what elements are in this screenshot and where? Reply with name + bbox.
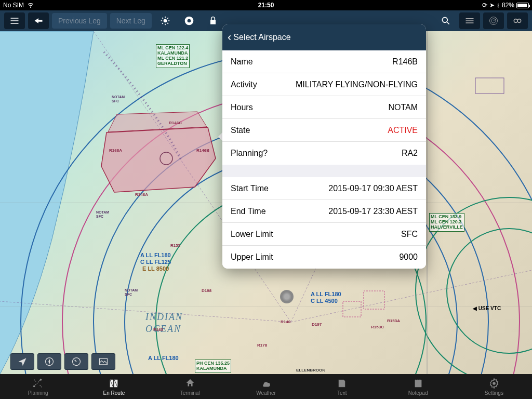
row-hours: Hours NOTAM bbox=[222, 96, 426, 119]
r146a-label: R146A bbox=[135, 192, 148, 197]
r153a-label: R153A bbox=[387, 318, 400, 323]
svg-point-2 bbox=[187, 19, 191, 23]
radar-button[interactable] bbox=[483, 12, 504, 29]
ownship-marker bbox=[280, 290, 294, 303]
directto-button[interactable] bbox=[28, 12, 49, 29]
orientation-lock-icon: ⟳ bbox=[482, 2, 487, 9]
tab-notepad[interactable]: Notepad bbox=[380, 374, 456, 399]
center-button[interactable] bbox=[10, 353, 34, 370]
popover-header[interactable]: ‹ Select Airspace bbox=[222, 24, 426, 50]
svg-rect-23 bbox=[475, 78, 504, 94]
r140-label: R140 bbox=[281, 320, 290, 324]
r153c-label: R153C bbox=[371, 325, 384, 329]
notam-label-2: NOTAM SFC bbox=[96, 210, 109, 218]
map-action-buttons bbox=[10, 353, 115, 370]
tab-weather[interactable]: Weather bbox=[228, 374, 304, 399]
row-name-label: Name bbox=[231, 57, 253, 66]
notam-label-1: NOTAM SFC bbox=[112, 95, 125, 103]
next-leg-button[interactable]: Next Leg bbox=[110, 13, 152, 29]
compass-button[interactable] bbox=[37, 353, 61, 370]
alt-label-e: E LL 8500 bbox=[142, 265, 169, 272]
planning-icon bbox=[31, 378, 45, 389]
freq-box-1: ML CEN 122.4 KALAMUNDA ML CEN 121.2 GERA… bbox=[156, 44, 190, 68]
alt-label-a2: A LL FL180 bbox=[311, 291, 341, 297]
alt-label-c2: C LL 4500 bbox=[311, 298, 338, 304]
list-button[interactable] bbox=[4, 12, 25, 29]
r146c-label: R146C bbox=[169, 121, 182, 125]
alt-label-a3: A LL FL180 bbox=[148, 355, 179, 361]
ocean-label-indian: INDIAN bbox=[145, 312, 183, 323]
d197-label: D197 bbox=[312, 322, 322, 327]
svg-point-30 bbox=[493, 382, 496, 385]
row-activity-label: Activity bbox=[231, 80, 257, 89]
svg-point-27 bbox=[33, 385, 35, 387]
row-lower-value: SFC bbox=[401, 230, 418, 239]
ellenbrook-label: ELLENBROOK bbox=[296, 368, 325, 373]
row-start: Start Time 2015-09-17 09:30 AEST bbox=[222, 177, 426, 200]
row-upper-value: 9000 bbox=[399, 252, 418, 262]
tab-terminal[interactable]: Terminal bbox=[152, 374, 228, 399]
tab-notepad-label: Notepad bbox=[408, 390, 428, 396]
svg-point-7 bbox=[517, 19, 521, 23]
weather-icon bbox=[259, 378, 273, 389]
tab-planning-label: Planning bbox=[28, 390, 48, 396]
row-activity: Activity MILITARY FLYING/NON-FLYING bbox=[222, 73, 426, 96]
r146b-label: R146B bbox=[196, 148, 209, 153]
image-button[interactable] bbox=[91, 353, 115, 370]
previous-leg-button[interactable]: Previous Leg bbox=[52, 13, 107, 29]
lock-button[interactable] bbox=[203, 12, 223, 29]
tab-planning[interactable]: Planning bbox=[0, 374, 76, 399]
alt-label-c: C LL FL125 bbox=[140, 259, 171, 265]
ocean-label-ocean: OCEAN bbox=[145, 324, 181, 335]
row-planning-label: Planning? bbox=[231, 149, 268, 158]
row-state-label: State bbox=[231, 126, 250, 135]
row-hours-label: Hours bbox=[231, 103, 253, 112]
wifi-icon bbox=[27, 1, 34, 10]
tab-enroute[interactable]: En Route bbox=[76, 374, 152, 399]
row-start-label: Start Time bbox=[231, 184, 269, 193]
row-start-value: 2015-09-17 09:30 AEST bbox=[328, 184, 418, 193]
text-icon bbox=[335, 378, 349, 389]
popover-title: Select Airspace bbox=[233, 33, 290, 42]
tab-text[interactable]: Text bbox=[304, 374, 380, 399]
svg-point-0 bbox=[163, 19, 167, 23]
tab-enroute-label: En Route bbox=[103, 390, 125, 396]
row-state-value: ACTIVE bbox=[388, 126, 418, 135]
search-button[interactable] bbox=[435, 12, 456, 29]
row-end-label: End Time bbox=[231, 207, 266, 216]
svg-rect-29 bbox=[415, 379, 421, 387]
enroute-icon bbox=[107, 378, 121, 389]
clock: 21:50 bbox=[178, 2, 353, 9]
tab-settings-label: Settings bbox=[485, 390, 503, 396]
row-hours-value: NOTAM bbox=[388, 103, 418, 112]
use-vtc-label: ◀ USE VTC bbox=[473, 305, 501, 311]
row-planning-value: RA2 bbox=[402, 149, 418, 158]
terminal-icon bbox=[183, 378, 197, 389]
r178-label: R178 bbox=[257, 343, 267, 348]
location-icon: ➤ bbox=[489, 2, 495, 9]
back-chevron-icon[interactable]: ‹ bbox=[228, 31, 231, 44]
help-button[interactable] bbox=[179, 12, 200, 29]
brightness-button[interactable] bbox=[155, 12, 176, 29]
row-planning: Planning? RA2 bbox=[222, 142, 426, 165]
settings-icon bbox=[487, 378, 501, 389]
alt-label-a: A LL FL180 bbox=[140, 252, 171, 258]
svg-point-28 bbox=[40, 378, 42, 380]
settings-gear-button[interactable] bbox=[507, 12, 528, 29]
freq-box-3: ML CEN 133.9 ML CEN 120.3 HALVERVILLE bbox=[429, 213, 464, 232]
tab-weather-label: Weather bbox=[256, 390, 276, 396]
notepad-icon bbox=[411, 378, 425, 389]
status-bar: No SIM 21:50 ⟳ ➤ ᚼ 82% bbox=[0, 0, 532, 10]
gauge-button[interactable] bbox=[64, 353, 88, 370]
airspace-popover: ‹ Select Airspace Name R146B Activity MI… bbox=[222, 24, 426, 269]
notam-label-3: NOTAM SFC bbox=[125, 288, 138, 296]
svg-marker-15 bbox=[101, 127, 216, 192]
layers-button[interactable] bbox=[459, 12, 480, 29]
tab-bar: Planning En Route Terminal Weather Text … bbox=[0, 374, 532, 399]
row-upper-label: Upper Limit bbox=[231, 252, 273, 262]
row-end: End Time 2015-09-17 23:30 AEST bbox=[222, 200, 426, 223]
battery-percent: 82% bbox=[502, 2, 514, 9]
tab-settings[interactable]: Settings bbox=[456, 374, 532, 399]
row-activity-value: MILITARY FLYING/NON-FLYING bbox=[296, 80, 418, 89]
row-lower: Lower Limit SFC bbox=[222, 223, 426, 246]
